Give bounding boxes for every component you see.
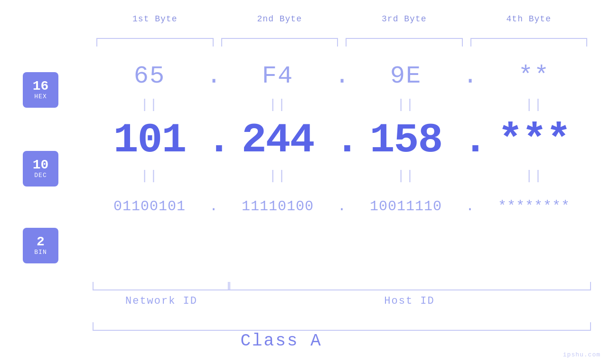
dec-val-2: 244 <box>221 117 335 164</box>
hex-dot-1: . <box>206 62 221 90</box>
class-label: Class A <box>0 331 563 351</box>
hex-badge: 16 HEX <box>23 72 58 108</box>
hex-val-3: 9E <box>349 62 463 90</box>
hex-row: 65 . F4 . 9E . ** <box>93 57 591 95</box>
dec-badge: 10 DEC <box>23 151 58 187</box>
bin-val-1: 01100101 <box>93 198 206 215</box>
col-header-3: 3rd Byte <box>342 14 467 24</box>
top-brackets <box>93 38 591 47</box>
bottom-wide-bracket <box>93 322 591 331</box>
watermark: ipshu.com <box>563 351 601 358</box>
values-grid: 65 . F4 . 9E . ** || || || || 101 . 244 … <box>93 57 591 228</box>
top-bracket-3 <box>346 38 463 47</box>
hex-val-1: 65 <box>93 62 206 90</box>
equals-row-2: || || || || <box>93 166 591 185</box>
eq-2: || <box>221 97 335 112</box>
dec-val-3: 158 <box>349 117 463 164</box>
dec-badge-number: 10 <box>33 159 49 172</box>
hex-badge-label: HEX <box>34 93 47 100</box>
bin-badge-number: 2 <box>37 235 45 249</box>
bin-badge-label: BIN <box>34 249 47 256</box>
top-bracket-1 <box>96 38 214 47</box>
bin-dot-2: . <box>335 198 349 215</box>
host-id-label: Host ID <box>228 295 591 307</box>
eq-6: || <box>221 168 335 183</box>
network-id-label: Network ID <box>93 295 230 307</box>
eq-7: || <box>349 168 463 183</box>
col-header-1: 1st Byte <box>93 14 217 24</box>
eq-3: || <box>349 97 463 112</box>
eq-8: || <box>477 168 591 183</box>
top-bracket-2 <box>221 38 338 47</box>
bin-val-4: ******** <box>477 198 591 215</box>
dec-dot-1: . <box>206 117 221 164</box>
column-headers: 1st Byte 2nd Byte 3rd Byte 4th Byte <box>93 14 591 24</box>
bin-row: 01100101 . 11110100 . 10011110 . *******… <box>93 185 591 228</box>
hex-val-4: ** <box>477 62 591 90</box>
dec-badge-label: DEC <box>34 172 47 179</box>
col-header-2: 2nd Byte <box>217 14 342 24</box>
bin-val-2: 11110100 <box>221 198 335 215</box>
col-header-4: 4th Byte <box>467 14 591 24</box>
hex-dot-2: . <box>335 62 349 90</box>
dec-dot-3: . <box>463 117 477 164</box>
bin-badge: 2 BIN <box>23 228 58 263</box>
bin-val-3: 10011110 <box>349 198 463 215</box>
dec-val-1: 101 <box>93 117 206 164</box>
eq-1: || <box>93 97 206 112</box>
host-id-bracket <box>228 282 591 290</box>
hex-dot-3: . <box>463 62 477 90</box>
main-container: 16 HEX 10 DEC 2 BIN 1st Byte 2nd Byte 3r… <box>0 0 610 364</box>
hex-badge-number: 16 <box>33 80 49 93</box>
dec-dot-2: . <box>335 117 349 164</box>
eq-4: || <box>477 97 591 112</box>
bin-dot-1: . <box>206 198 221 215</box>
eq-5: || <box>93 168 206 183</box>
bin-dot-3: . <box>463 198 477 215</box>
network-id-bracket <box>93 282 230 290</box>
hex-val-2: F4 <box>221 62 335 90</box>
dec-row: 101 . 244 . 158 . *** <box>93 114 591 166</box>
equals-row-1: || || || || <box>93 95 591 114</box>
top-bracket-4 <box>470 38 588 47</box>
dec-val-4: *** <box>477 117 591 164</box>
